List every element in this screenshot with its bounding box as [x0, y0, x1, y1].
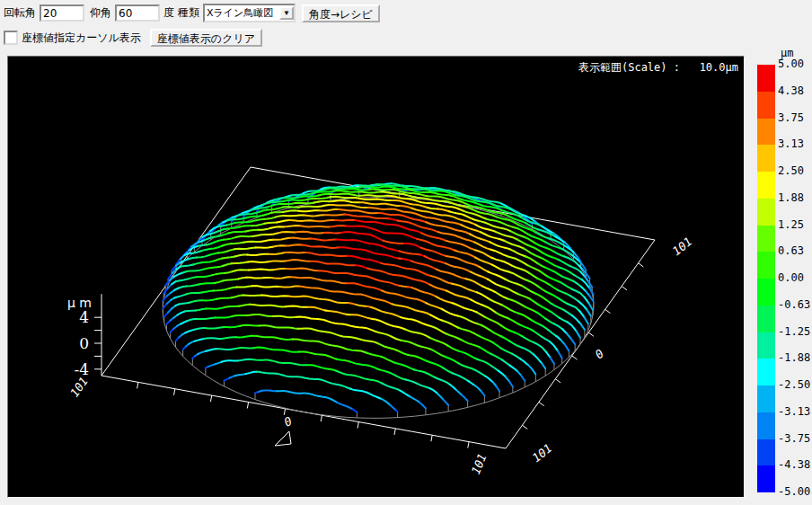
colorbar-tick-label: -3.13	[778, 405, 812, 418]
plot-type-value: Xライン鳥瞰図	[205, 6, 279, 20]
rotation-angle-input[interactable]	[40, 4, 84, 22]
colorbar-tick-label: -2.50	[778, 378, 812, 391]
colorbar-tick-label: -4.38	[778, 458, 812, 471]
y-axis-label: 0	[593, 347, 607, 362]
application-window: 回転角 仰角 度 種類 Xライン鳥瞰図 ▼ 角度→レシピ 座標値指定カーソル表示…	[0, 0, 812, 505]
toolbar-row-1: 回転角 仰角 度 種類 Xライン鳥瞰図 ▼ 角度→レシピ	[4, 4, 380, 22]
colorbar-segment	[757, 279, 775, 306]
birdseye-plot-area: 表示範囲(Scale) : 10.0μm 40-4μ m101010110101…	[7, 56, 745, 498]
colorbar-tick-label: -0.63	[778, 298, 812, 311]
colorbar-segment	[757, 92, 775, 119]
colorbar-segment	[757, 172, 775, 199]
colorbar-tick-label: 5.00	[778, 58, 812, 70]
colorbar-tick-label: 4.38	[778, 84, 812, 97]
colorbar-tick-label: 3.13	[778, 137, 812, 150]
colorbar-segment	[757, 332, 775, 359]
plot-type-dropdown[interactable]: Xライン鳥瞰図 ▼	[203, 4, 296, 22]
clear-coordinate-display-button[interactable]: 座標値表示のクリア	[150, 29, 262, 47]
colorbar-segment	[757, 199, 775, 226]
x-axis-label: 0	[282, 414, 295, 430]
colorbar-tick-label: 1.25	[778, 218, 812, 231]
degree-label: 度	[163, 5, 174, 21]
colorbar-segment	[757, 439, 775, 466]
svg-text:4: 4	[79, 308, 89, 326]
colorbar	[757, 65, 775, 492]
svg-text:0: 0	[79, 334, 89, 352]
coordinate-cursor-label: 座標値指定カーソル表示	[22, 31, 141, 46]
wafer-surface-plot: 40-4μ m10101011010101	[8, 57, 744, 497]
colorbar-tick-label: 3.75	[778, 111, 812, 124]
x-axis-label: 101	[469, 452, 490, 476]
colorbar-tick-label: -3.75	[778, 432, 812, 445]
toolbar-row-2: 座標値指定カーソル表示 座標値表示のクリア	[4, 29, 262, 47]
type-label: 種類	[178, 5, 199, 21]
orientation-triangle-icon	[275, 431, 291, 446]
colorbar-tick-label: 0.63	[778, 244, 812, 257]
colorbar-segment	[757, 306, 775, 332]
dropdown-arrow-icon[interactable]: ▼	[279, 6, 294, 20]
angle-to-recipe-button[interactable]: 角度→レシピ	[302, 4, 380, 22]
coordinate-cursor-checkbox[interactable]	[4, 31, 18, 45]
y-axis-label: 101	[530, 441, 555, 465]
colorbar-tick-label: 2.50	[778, 164, 812, 177]
colorbar-segment	[757, 385, 775, 412]
svg-text:-4: -4	[74, 360, 89, 378]
colorbar-tick-label: 1.88	[778, 191, 812, 204]
z-axis-unit-label: μ m	[67, 296, 92, 310]
colorbar-tick-label: 0.00	[778, 271, 812, 284]
colorbar-tick-label: -1.88	[778, 351, 812, 364]
colorbar-tick-label: -5.00	[778, 485, 812, 498]
colorbar-tick-label: -1.25	[778, 325, 812, 338]
x-axis-label: 101	[67, 375, 91, 400]
y-axis-label: 101	[670, 235, 695, 258]
colorbar-segment	[757, 252, 775, 279]
colorbar-segment	[757, 412, 775, 439]
colorbar-segment	[757, 65, 775, 92]
colorbar-segment	[757, 465, 775, 492]
rotation-angle-label: 回転角	[4, 5, 36, 21]
colorbar-segment	[757, 359, 775, 385]
elevation-angle-input[interactable]	[115, 4, 160, 22]
colorbar-segment	[757, 119, 775, 146]
colorbar-segment	[757, 145, 775, 172]
colorbar-segment	[757, 226, 775, 252]
elevation-angle-label: 仰角	[90, 5, 111, 21]
